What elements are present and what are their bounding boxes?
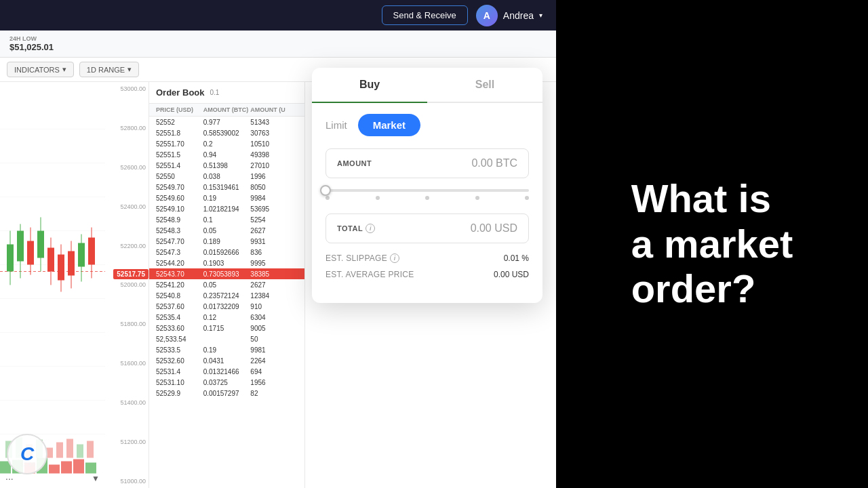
order-tabs: Buy Sell [312,68,542,103]
est-slippage-label: EST. SLIPPAGE i [326,253,399,263]
price-tick-0: 53000.00 [107,85,146,92]
order-book-title: Order Book [156,87,205,98]
headline: What is a market order? [631,176,793,312]
total-label: TOTAL [337,224,363,232]
range-button[interactable]: 1D RANGE ▾ [79,62,139,77]
send-receive-button[interactable]: Send & Receive [382,5,468,25]
order-row: 52547.700.1899931 [149,236,304,247]
col-price: PRICE (USD) [156,106,203,113]
est-avg-price-label: EST. AVERAGE PRICE [326,270,414,279]
svg-rect-45 [85,463,96,474]
order-book: Order Book 0.1 PRICE (USD) AMOUNT (BTC) … [149,82,305,488]
order-book-header: Order Book 0.1 [149,82,304,104]
col-amount-usd: AMOUNT (U [250,106,298,113]
order-book-badge: 0.1 [210,89,220,96]
headline-line3: order? [631,266,793,312]
est-slippage-value: 0.01 % [504,253,529,263]
order-row: 52548.30.052627 [149,225,304,236]
stats-bar: 24H LOW $51,025.01 [0,30,556,58]
order-row: 52532.600.04312264 [149,355,304,366]
indicators-button[interactable]: INDICATORS ▾ [7,62,74,77]
order-row: 52533.50.199981 [149,344,304,355]
order-row: 52544.200.19039995 [149,258,304,268]
total-info-icon: i [366,224,375,233]
price-tick-10: 51000.00 [107,478,146,485]
svg-rect-26 [78,243,85,267]
tab-indicator [312,102,427,103]
svg-rect-37 [87,441,94,458]
chevron-down-icon: ▾ [539,12,542,19]
candlestick-chart [0,82,105,488]
svg-rect-43 [61,462,72,474]
order-row: 525500.0381996 [149,171,304,182]
user-name: Andrea [503,10,534,21]
total-field[interactable]: TOTAL i 0.00 USD [326,214,529,243]
market-button[interactable]: Market [358,114,420,136]
headline-line2: a market [631,222,793,267]
svg-rect-20 [47,248,54,272]
slider-row [312,185,542,207]
svg-rect-16 [27,241,34,265]
price-axis: 53000.00 52800.00 52600.00 52400.00 5220… [104,82,149,488]
order-book-col-headers: PRICE (USD) AMOUNT (BTC) AMOUNT (U [149,104,304,117]
indicators-label: INDICATORS [14,66,60,74]
price-tick-2: 52600.00 [107,164,146,171]
order-row: 52547.30.01592666836 [149,247,304,258]
svg-rect-28 [88,238,95,265]
amount-field[interactable]: AMOUNT 0.00 BTC [326,148,529,178]
order-row: 52551.40.5139827010 [149,160,304,171]
slider-dot-4 [525,196,529,200]
expand-icon[interactable]: ▼ [92,474,100,483]
est-avg-price-value: 0.00 USD [494,270,529,279]
slider-dot-3 [475,196,479,200]
price-tick-4: 52200.00 [107,243,146,249]
amount-value: 0.00 BTC [471,157,517,169]
svg-rect-24 [68,251,75,276]
svg-rect-14 [17,231,24,262]
svg-rect-22 [58,255,64,281]
total-value: 0.00 USD [471,222,517,235]
order-row: 52537.600.01732209910 [149,301,304,312]
sell-tab[interactable]: Sell [427,68,542,102]
slider-dot-0 [326,196,330,200]
right-panel: What is a market order? [556,0,868,488]
slider-dot-1 [376,196,380,200]
svg-rect-12 [7,245,14,272]
headline-line1: What is [631,176,793,222]
order-row: 52531.40.01321466694 [149,366,304,377]
indicators-chevron: ▾ [62,65,66,74]
svg-rect-36 [77,445,83,458]
svg-rect-35 [66,439,73,458]
order-row: 52531.100.037251956 [149,377,304,388]
svg-rect-44 [73,460,84,474]
order-row: 52548.90.15254 [149,214,304,225]
price-tick-3: 52400.00 [107,203,146,210]
user-menu[interactable]: A Andrea ▾ [476,5,542,26]
order-row: 52551.80.5853900230763 [149,127,304,138]
order-row: 52535.40.126304 [149,312,304,323]
more-options-icon[interactable]: ··· [5,473,14,484]
total-label-row: TOTAL i [337,224,375,233]
order-row: 52540.80.2357212412384 [149,290,304,301]
slider-thumb[interactable] [320,185,331,196]
order-type-row: Limit Market [312,103,542,142]
slippage-info-icon: i [390,253,399,263]
svg-rect-18 [37,231,44,258]
24h-low-stat: 24H LOW $51,025.01 [9,35,54,52]
limit-label[interactable]: Limit [326,119,347,131]
order-form: Buy Sell Limit Market AMOUNT 0.00 BTC [312,68,542,303]
price-tick-5: 52000.00 [107,281,146,288]
avatar: A [476,5,498,26]
buy-tab[interactable]: Buy [312,68,427,102]
order-book-rows: 525520.9775134352551.80.5853900230763525… [149,117,304,482]
order-row: 52549.101.0218219453695 [149,203,304,214]
col-amount-btc: AMOUNT (BTC) [203,106,251,113]
range-label: 1D RANGE [87,66,125,74]
order-row: 52551.700.210510 [149,138,304,149]
logo-icon: C [20,443,34,465]
price-tick-9: 51200.00 [107,439,146,445]
price-tick-7: 51600.00 [107,360,146,367]
slider-track[interactable] [326,189,529,192]
current-price-badge: 52517.75 [113,269,149,279]
chart-area: 53000.00 52800.00 52600.00 52400.00 5220… [0,82,149,488]
